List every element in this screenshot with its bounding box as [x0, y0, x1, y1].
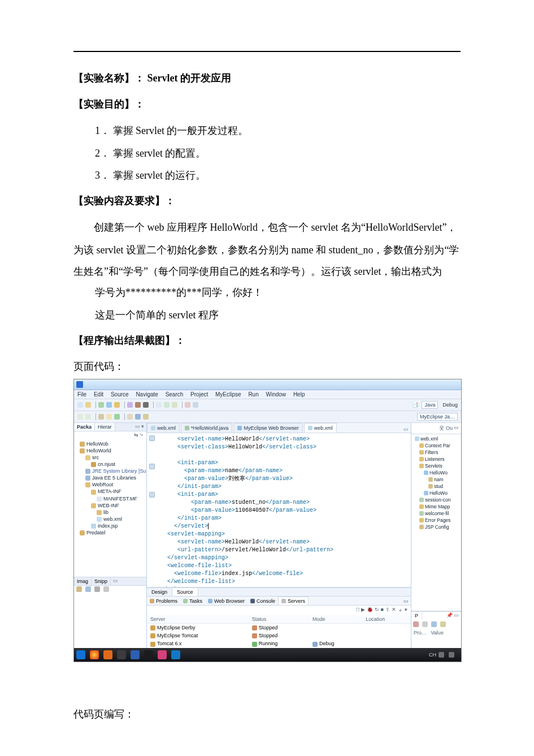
refresh-icon[interactable]: [172, 402, 177, 408]
outline-item[interactable]: JSP Config: [425, 524, 449, 530]
file-icon[interactable]: [106, 414, 112, 420]
stop-icon[interactable]: [143, 402, 149, 408]
outline-item[interactable]: stud: [434, 483, 443, 489]
tree-item[interactable]: WebRoot: [92, 482, 113, 487]
link-icon[interactable]: [135, 414, 141, 420]
server-clean-icon[interactable]: ✕: [392, 607, 396, 614]
view-menu-icon[interactable]: ▾: [141, 424, 144, 430]
outline-item[interactable]: welcome-fil: [425, 511, 449, 516]
app-icon[interactable]: [144, 650, 153, 659]
perspective-java[interactable]: Java: [422, 401, 438, 409]
server-row[interactable]: MyEclipse Derby Stopped: [147, 624, 411, 632]
min-icon[interactable]: ▭: [454, 612, 459, 619]
menu-project[interactable]: Project: [190, 391, 208, 398]
tree-item[interactable]: src: [92, 455, 99, 460]
open-type-icon[interactable]: [156, 402, 162, 408]
col-location[interactable]: Location: [362, 615, 411, 624]
grid-icon[interactable]: [94, 586, 100, 592]
tray-icon[interactable]: [439, 652, 444, 658]
server-publish-icon[interactable]: ⇪: [385, 607, 390, 614]
back-icon[interactable]: [185, 402, 190, 408]
fold-icon[interactable]: [149, 492, 155, 498]
new-icon[interactable]: [77, 402, 83, 408]
outline-item[interactable]: nam: [434, 477, 444, 482]
perspective-switcher[interactable]: 📑 Java Debug: [411, 401, 458, 409]
maximize-icon[interactable]: ▭: [403, 426, 409, 432]
server-debug-icon[interactable]: 🐞: [367, 607, 373, 614]
editor-tab-hellojava[interactable]: *HelloWorld.java: [181, 423, 232, 433]
tab-hierarchy[interactable]: Hierar: [95, 423, 115, 431]
col-status[interactable]: Status: [249, 615, 309, 624]
misc-icon[interactable]: [127, 414, 133, 420]
perspective-myeclipse[interactable]: MyEclipse Ja…: [417, 413, 458, 421]
outline-item[interactable]: HelloWo: [429, 490, 448, 496]
outline-item[interactable]: Context Par: [425, 443, 450, 448]
outline-item[interactable]: Mime Mapp: [425, 504, 450, 509]
search-icon[interactable]: [164, 402, 170, 408]
app-icon[interactable]: [117, 650, 126, 659]
zoom-icon[interactable]: [76, 586, 82, 592]
outline-view-icon[interactable]: 웃 Ou: [439, 425, 453, 432]
tree-item[interactable]: Java EE 5 Libraries: [92, 475, 136, 481]
tab-properties-p[interactable]: P: [411, 612, 422, 620]
tab-problems[interactable]: Problems: [147, 597, 180, 605]
tree-item[interactable]: META-INF: [98, 489, 121, 494]
forward-icon[interactable]: [193, 402, 198, 408]
menubar[interactable]: File Edit Source Navigate Search Project…: [74, 390, 461, 399]
menu-myeclipse[interactable]: MyEclipse: [215, 391, 241, 398]
editor-tab-browser[interactable]: MyEclipse Web Browser: [233, 423, 302, 433]
tab-console[interactable]: Console: [248, 597, 278, 605]
tab-snippets[interactable]: Snipp: [92, 577, 111, 585]
tree-item[interactable]: MANIFEST.MF: [103, 496, 137, 502]
server-row[interactable]: Tomcat 6.x Running Debug: [147, 640, 411, 647]
chrome-icon[interactable]: [90, 650, 99, 659]
tree-item[interactable]: WEB-INF: [98, 503, 119, 508]
menu-edit[interactable]: Edit: [94, 391, 103, 398]
tab-design[interactable]: Design: [147, 588, 172, 596]
menu-search[interactable]: Search: [166, 391, 184, 398]
server-row[interactable]: MyEclipse Tomcat Stopped: [147, 632, 411, 640]
tray-icon[interactable]: [449, 652, 454, 658]
col-server[interactable]: Server: [147, 615, 249, 624]
tree-item[interactable]: JRE System Library [Sun J: [92, 468, 146, 474]
outline-view[interactable]: web.xml Context Par Filters Listeners Se…: [411, 434, 461, 611]
server-menu-icon[interactable]: ▾: [405, 607, 407, 614]
menu-help[interactable]: Help: [293, 391, 305, 398]
start-icon[interactable]: [76, 650, 85, 659]
perspective-debug[interactable]: Debug: [442, 402, 458, 408]
word-icon[interactable]: [131, 650, 140, 659]
prop-icon[interactable]: [413, 621, 419, 627]
prop-icon[interactable]: [431, 621, 437, 627]
outline-item[interactable]: web.xml: [420, 436, 438, 442]
tree-item[interactable]: Predatel: [86, 530, 106, 535]
max-icon[interactable]: ▭: [403, 598, 409, 604]
outline-item[interactable]: session-con: [425, 497, 450, 503]
tree-item[interactable]: cn.njust: [98, 461, 115, 467]
outdent-icon[interactable]: [77, 414, 83, 420]
outline-item[interactable]: Error Pages: [425, 517, 450, 523]
tab-webbrowser[interactable]: Web Browser: [205, 597, 248, 605]
deploy-icon[interactable]: [127, 402, 133, 408]
outline-item[interactable]: Listeners: [425, 456, 445, 462]
min-icon[interactable]: ▭: [454, 425, 459, 432]
min-icon[interactable]: ▭: [113, 578, 118, 585]
run-icon[interactable]: [98, 402, 104, 408]
bookmark-icon[interactable]: [143, 414, 149, 420]
arrow-icon[interactable]: [103, 586, 109, 592]
app-icon[interactable]: [158, 650, 167, 659]
outline-item[interactable]: Filters: [425, 450, 438, 455]
prop-icon[interactable]: [440, 621, 446, 627]
tree-item[interactable]: lib: [103, 509, 108, 515]
editor-tab-webxml1[interactable]: web.xml: [147, 423, 180, 433]
debug-icon[interactable]: [106, 402, 112, 408]
prop-icon[interactable]: [422, 621, 428, 627]
server-icon[interactable]: [135, 402, 141, 408]
code-editor[interactable]: <servlet-name>HelloWorld</servlet-name> …: [147, 433, 411, 588]
col-mode[interactable]: Mode: [309, 615, 362, 624]
outline-item[interactable]: Servlets: [425, 463, 442, 469]
tool-icon[interactable]: [114, 402, 120, 408]
collapse-icon[interactable]: ⇆: [134, 432, 138, 438]
tree-item[interactable]: web.xml: [103, 516, 122, 522]
menu-run[interactable]: Run: [248, 391, 258, 398]
indent-icon[interactable]: [85, 414, 91, 420]
